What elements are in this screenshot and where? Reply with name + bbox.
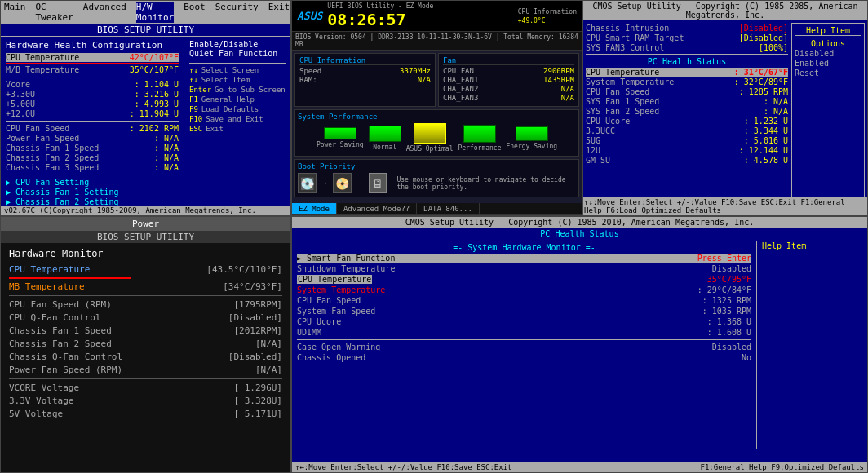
br-shutdown-temp: Shutdown Temperature Disabled (297, 264, 751, 273)
help-items-list: Disabled Enabled Reset (795, 49, 861, 77)
cpu-speed-row: Speed3370MHz (299, 67, 431, 75)
tr-33-row: 3.3UCC : 3.344 U (586, 126, 788, 135)
section-title: Hardware Health Configuration (6, 40, 179, 51)
br-udimm: UDIMM : 1.608 U (297, 328, 751, 337)
menu-oc[interactable]: OC Tweaker (36, 2, 73, 23)
v33-row: +3.30U : 3.216 U (6, 90, 179, 99)
cpu-temp-row[interactable]: CPU Temperature 42°C/107°F (6, 53, 179, 62)
br-footer-right: F1:General Help F9:Optimized Defaults (701, 463, 864, 471)
perf-normal[interactable]: Normal (369, 126, 401, 151)
perf-title: System Performance (298, 113, 576, 121)
boot-dev-1[interactable]: 💽 (298, 173, 317, 193)
bl-bios-title: BIOS SETUP UTILITY (1, 231, 290, 243)
menu-advanced[interactable]: Advanced (83, 2, 126, 23)
perf-performance[interactable]: Performance (458, 125, 501, 152)
cpu-temp-value: 42°C/107°F (130, 53, 179, 62)
br-footer-left: ↑↔:Move Enter:Select +/-/:Value F10:Save… (295, 463, 512, 471)
key-arrow: ↑↓Select Screen (189, 66, 286, 74)
panel-bios-hwmonitor: Main OC Tweaker Advanced H/W Monitor Boo… (0, 0, 291, 216)
boot-arrow: → (323, 179, 327, 187)
cpu-info-box: CPU Information Speed3370MHz RAM:N/A (294, 53, 436, 107)
menu-main[interactable]: Main (4, 2, 26, 23)
key-enter: EnterGo to Sub Screen (189, 86, 286, 94)
br-chassis-opened: Chassis Opened No (297, 353, 751, 362)
key-f1: F1General Help (189, 95, 286, 104)
boot-dev-3[interactable]: 🖥 (369, 173, 388, 193)
tr-cpu-temp-row: CPU Temperature : 31°C/67°F (586, 68, 788, 77)
perf-section: System Performance Power Saving Normal A… (294, 109, 579, 157)
asus-subtitle: UEFI BIOS Utility - EZ Mode (327, 2, 517, 10)
v12-row: +12.0U : 11.904 U (6, 109, 179, 118)
panel-asus-ez: ASUS UEFI BIOS Utility - EZ Mode 08:26:5… (291, 0, 582, 216)
nav-cpu-fan[interactable]: CPU Fan Setting (6, 178, 179, 187)
cha-fan1-row: CHA_FAN11435RPM (443, 76, 574, 84)
help-options: Options (795, 39, 861, 48)
perf-powersave[interactable]: Power Saving (317, 127, 364, 148)
cha1-fan-row: Chassis Fan 1 Speed : N/A (6, 144, 179, 153)
perf-optimal[interactable]: ASUS Optimal (406, 123, 454, 153)
cpu-fan-row: CPU Fan Speed : 2102 RPM (6, 124, 179, 133)
bl-cpu-temp: CPU Temperature [43.5°C/110°F] (9, 264, 282, 275)
tab-advanced[interactable]: Advanced Mode?? (337, 203, 417, 214)
cha-fan3-row: CHA_FAN3N/A (443, 94, 574, 102)
br-cpu-fan-speed: CPU Fan Speed : 1325 RPM (297, 296, 751, 305)
tr-sys-temp-row: System Temperature : 32°C/89°F (586, 77, 788, 86)
cha-fan2-row: CHA_FAN2N/A (443, 85, 574, 93)
fan-info-box: Fan CPU FAN2900RPM CHA_FAN11435RPM CHA_F… (438, 53, 579, 107)
tab-ezmode[interactable]: EZ Mode (292, 203, 337, 214)
panel-pc-health: CMOS Setup Utility - Copyright (C) 1985-… (291, 216, 868, 473)
tab-data[interactable]: DATA 840... (417, 203, 480, 214)
br-help-title: Help Item (762, 241, 862, 250)
tr-5v-row: 5UG : 5.016 U (586, 136, 788, 145)
cpu-temp-display: +49.0°C (518, 17, 577, 24)
bl-section-title: Hardware Monitor (9, 248, 282, 259)
nav-cha1-fan[interactable]: Chassis Fan 1 Setting (6, 188, 179, 197)
br-sys-temp: System Temperature : 29°C/84°F (297, 285, 751, 294)
boot-dev-2[interactable]: 📀 (333, 173, 352, 193)
chassis-intrusion-row: Chassis Intrusion [Disabled] (586, 24, 788, 33)
menu-security[interactable]: Security (215, 2, 259, 23)
cha3-fan-row: Chassis Fan 3 Speed : N/A (6, 163, 179, 172)
asus-logo: ASUS (297, 10, 322, 22)
bl-vcore-volt: VCORE Voltage [ 1.296U] (9, 382, 282, 393)
boot-title: Boot Priority (298, 162, 576, 170)
bios-footer: v02.67C (C)Copyright 1985-2009, American… (1, 206, 290, 215)
cpu-temp-label: CPU Temperature (6, 53, 79, 62)
cpu-ram-row: RAM:N/A (299, 76, 431, 84)
tr-sys-fan2-row: SYS Fan 2 Speed : N/A (586, 107, 788, 116)
menu-boot[interactable]: Boot (184, 2, 206, 23)
bl-cha2-speed: Chassis Fan 2 Speed [N/A] (9, 338, 282, 349)
br-cpu-vcore: CPU Ucore : 1.368 U (297, 317, 751, 326)
key-esc: ESCExit (189, 125, 286, 133)
boot-hint: Use mouse or keyboard to navigate to dec… (396, 176, 576, 191)
panel-hwmon-bl: Power BIOS SETUP UTILITY Hardware Monito… (0, 216, 291, 473)
br-case-open: Case Open Warning Disabled (297, 343, 751, 351)
bl-cha1-speed: Chassis Fan 1 Speed [2012RPM] (9, 325, 282, 336)
cpu-ram-target-row: CPU Smart RAM Target [Disabled] (586, 33, 788, 42)
boot-section: Boot Priority 💽 → 📀 → 🖥 Use mouse or key… (294, 159, 579, 197)
vcore-row: Vcore : 1.104 U (6, 80, 179, 89)
menu-hwmon[interactable]: H/W Monitor (136, 2, 174, 23)
mem-info-bar: BIOS Version: 0504 | DDR3-2133 10-11-11-… (292, 32, 582, 51)
tr-12v-row: 12U : 12.144 U (586, 146, 788, 155)
menu-exit[interactable]: Exit (268, 2, 290, 23)
bl-pwr-fan: Power Fan Speed (RPM) [N/A] (9, 365, 282, 375)
power-bar: Power (1, 217, 290, 231)
perf-energy[interactable]: Energy Saving (506, 126, 557, 150)
bl-33v-volt: 3.3V Voltage [ 3.328U] (9, 396, 282, 406)
br-smart-fan[interactable]: ► Smart Fan Function Press Enter (297, 254, 751, 263)
v5-row: +5.00U : 4.993 U (6, 99, 179, 108)
key-f9: F9Load Defaults (189, 105, 286, 113)
cpu-fan-row: CPU FAN2900RPM (443, 67, 574, 75)
pc-health-title: PC Health Status (586, 57, 788, 66)
mb-temp-row: M/B Temperature 35°C/107°F (6, 65, 179, 74)
sys-fan3-row: SYS FAN3 Control [100%] (586, 43, 788, 52)
menu-bar[interactable]: Main OC Tweaker Advanced H/W Monitor Boo… (1, 1, 290, 24)
pwr-fan-row: Power Fan Speed : N/A (6, 134, 179, 143)
tr-gmsu-row: GM-SU : 4.578 U (586, 156, 788, 165)
asus-header: ASUS UEFI BIOS Utility - EZ Mode 08:26:5… (292, 1, 582, 32)
help-title: Help Item (795, 26, 861, 36)
br-sys-fan-speed: System Fan Speed : 1035 RPM (297, 307, 751, 316)
cpu-info-label: CPU Information (518, 8, 577, 15)
tr-cpu-fan-row: CPU Fan Speed : 1285 RPM (586, 87, 788, 96)
